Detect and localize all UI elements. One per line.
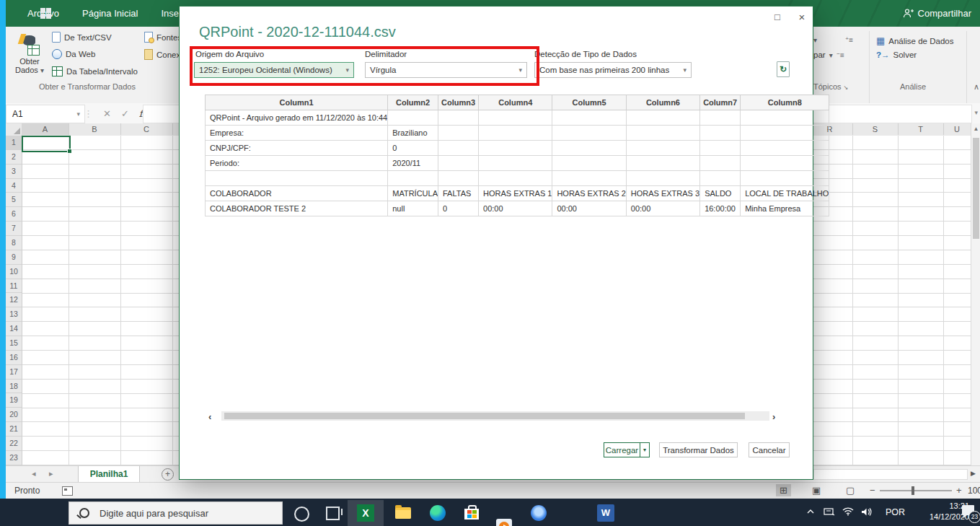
taskbar-clock[interactable]: 13:21 14/12/2020 [910,501,969,522]
de-text-csv-button[interactable]: De Text/CSV [52,32,112,43]
maximize-icon[interactable]: □ [768,9,787,25]
row-number[interactable]: 8 [6,236,22,250]
group-detail-button[interactable]: ▾⁺≡ [813,36,853,44]
speaker-icon[interactable] [861,507,873,519]
selected-cell-a1[interactable] [22,136,71,152]
column-header-a[interactable]: A [22,123,69,135]
row-number[interactable]: 14 [6,322,22,336]
refresh-preview-icon[interactable]: ↻ [777,61,790,77]
chromium-icon[interactable] [531,505,547,521]
store-icon[interactable] [464,504,482,522]
grid-area-left[interactable] [22,136,179,465]
file-explorer-icon[interactable] [395,504,412,522]
word-icon[interactable]: W [597,504,614,522]
zoom-level[interactable]: 100% [968,486,980,496]
row-number[interactable]: 10 [6,265,22,279]
sheet-nav-left-icon[interactable]: ◂ [32,469,36,478]
da-tabela-button[interactable]: Da Tabela/Intervalo [52,66,138,76]
row-number[interactable]: 21 [6,422,22,437]
tab-pagina-inicial[interactable]: Página Inicial [71,0,149,27]
zoom-slider-thumb[interactable] [911,486,914,495]
zoom-out-icon[interactable]: − [870,485,875,496]
transform-data-button[interactable]: Transformar Dados [659,442,738,457]
row-number[interactable]: 3 [6,165,22,179]
preview-scroll-right-icon[interactable]: › [772,411,775,422]
dialog-launcher-icon[interactable]: ↘ [844,84,849,91]
taskbar-search[interactable] [69,501,283,525]
cancel-entry-icon[interactable]: ✕ [103,108,111,119]
share-button[interactable]: Compartilhar [903,0,971,27]
zoom-in-icon[interactable]: + [956,485,962,496]
search-input[interactable] [98,507,267,520]
vertical-scroll-thumb[interactable] [973,138,979,239]
row-number[interactable]: 17 [6,365,22,380]
grid-area-right[interactable] [812,136,971,465]
scroll-up-icon[interactable]: ▲ [971,126,980,132]
scroll-right-icon[interactable]: ▶ [968,468,979,479]
file-origin-dropdown[interactable]: 1252: Europeu Ocidental (Windows) ▾ [194,62,354,78]
row-number[interactable]: 16 [6,351,22,365]
row-number[interactable]: 6 [6,207,22,222]
row-number[interactable]: 20 [6,408,22,422]
keyboard-input-icon[interactable] [824,507,835,518]
fontes-recentes-button[interactable]: Fontes [144,32,182,43]
da-web-button[interactable]: Da Web [52,49,95,59]
row-number[interactable]: 15 [6,336,22,351]
add-sheet-button[interactable]: + [162,468,174,481]
cancel-button[interactable]: Cancelar [749,442,790,457]
chevron-up-icon[interactable] [806,507,815,517]
column-header-u[interactable]: U [943,123,971,135]
row-number[interactable]: 23 [6,451,22,465]
preview-hscroll-thumb[interactable] [224,413,745,419]
row-number[interactable]: 9 [6,250,22,265]
column-header-b[interactable]: B [69,123,121,135]
row-number[interactable]: 19 [6,393,22,408]
delimiter-dropdown[interactable]: Vírgula ▾ [365,62,527,78]
row-number[interactable]: 12 [6,293,22,307]
page-break-view-icon[interactable]: ▢ [842,484,858,496]
load-button[interactable]: Carregar [604,442,640,457]
row-number[interactable]: 2 [6,150,22,165]
sheet-nav-right-icon[interactable]: ▸ [49,469,53,478]
wifi-icon[interactable] [842,507,854,518]
row-number[interactable]: 13 [6,307,22,322]
row-number[interactable]: 22 [6,437,22,451]
conexoes-button[interactable]: Conex [144,49,180,60]
type-detection-dropdown[interactable]: Com base nas primeiras 200 linhas ▾ [534,62,692,78]
row-number[interactable]: 1 [6,136,22,150]
language-indicator[interactable]: POR [886,507,905,517]
excel-icon[interactable]: X [357,504,374,522]
page-layout-view-icon[interactable]: ▣ [808,484,824,496]
column-header-s[interactable]: S [852,123,899,135]
macro-record-icon[interactable] [62,486,73,496]
horizontal-scrollbar[interactable] [813,469,968,480]
close-icon[interactable]: × [793,9,811,25]
preview-scroll-left-icon[interactable]: ‹ [208,411,211,422]
vertical-scrollbar[interactable]: ▲ [971,123,980,465]
task-view-icon[interactable] [326,507,340,520]
edge-icon[interactable] [430,505,446,521]
select-all-corner[interactable] [6,123,22,136]
expand-formula-bar-icon[interactable]: ▾ [974,109,978,116]
name-box-dropdown-icon[interactable]: ▾ [76,110,80,118]
cortana-icon[interactable] [294,507,309,522]
confirm-entry-icon[interactable]: ✓ [121,108,129,119]
collapse-ribbon-icon[interactable]: ∧ [974,82,979,92]
fill-handle[interactable] [67,149,72,154]
load-split-dropdown[interactable]: ▾ [640,442,650,457]
zoom-slider-track[interactable] [880,490,952,491]
column-header-t[interactable]: T [898,123,944,135]
row-number[interactable]: 18 [6,380,22,394]
name-box[interactable]: A1 ▾ [6,105,85,123]
start-button[interactable] [40,8,52,19]
row-number[interactable]: 7 [6,222,22,236]
row-number[interactable]: 5 [6,193,22,207]
ungroup-button-truncated[interactable]: par▾ ⁻≡ [813,51,844,59]
analise-de-dados-button[interactable]: ▦ Análise de Dados [876,36,953,45]
row-number[interactable]: 11 [6,279,22,294]
media-player-icon[interactable] [496,519,512,526]
normal-view-icon[interactable]: ⊞ [776,484,791,496]
row-number[interactable]: 4 [6,179,22,193]
column-header-c[interactable]: C [120,123,173,135]
solver-button[interactable]: ?→ Solver [876,51,917,59]
